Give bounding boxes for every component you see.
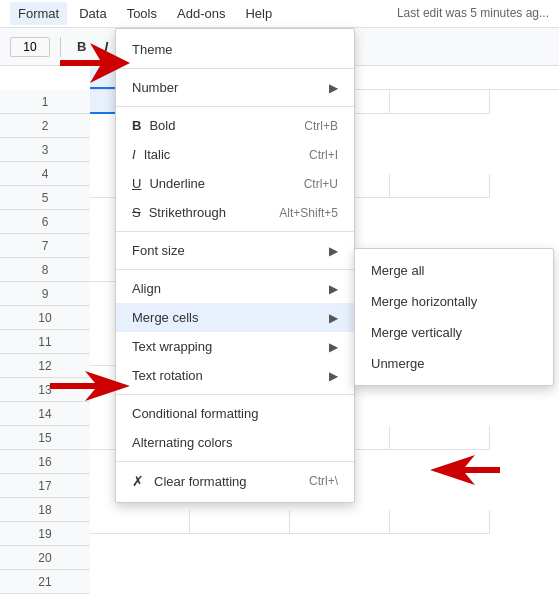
bold-icon: B bbox=[132, 118, 141, 133]
format-menu-text-rotation[interactable]: Text rotation ▶ bbox=[116, 361, 354, 390]
conditional-formatting-label: Conditional formatting bbox=[132, 406, 258, 421]
text-wrapping-arrow-icon: ▶ bbox=[329, 340, 338, 354]
row-num-15: 15 bbox=[0, 426, 90, 450]
merge-cells-arrow-icon: ▶ bbox=[329, 311, 338, 325]
merge-vertically-label: Merge vertically bbox=[371, 325, 462, 340]
row-num-4: 4 bbox=[0, 162, 90, 186]
bold-shortcut: Ctrl+B bbox=[304, 119, 338, 133]
separator-2 bbox=[116, 106, 354, 107]
row-num-8: 8 bbox=[0, 258, 90, 282]
merge-all-item[interactable]: Merge all bbox=[355, 255, 553, 286]
row-num-11: 11 bbox=[0, 330, 90, 354]
svg-marker-1 bbox=[50, 371, 130, 401]
alternating-colors-label: Alternating colors bbox=[132, 435, 232, 450]
separator-5 bbox=[116, 394, 354, 395]
svg-marker-2 bbox=[430, 455, 500, 485]
menu-help[interactable]: Help bbox=[237, 2, 280, 25]
bold-label: Bold bbox=[149, 118, 175, 133]
underline-icon: U bbox=[132, 176, 141, 191]
row-num-10: 10 bbox=[0, 306, 90, 330]
merge-cells-label: Merge cells bbox=[132, 310, 198, 325]
separator-6 bbox=[116, 461, 354, 462]
format-menu-underline[interactable]: U Underline Ctrl+U bbox=[116, 169, 354, 198]
format-menu-bold[interactable]: B Bold Ctrl+B bbox=[116, 111, 354, 140]
row-num-2: 2 bbox=[0, 114, 90, 138]
format-menu-merge-cells[interactable]: Merge cells ▶ bbox=[116, 303, 354, 332]
number-arrow-icon: ▶ bbox=[329, 81, 338, 95]
font-size-label: Font size bbox=[132, 243, 185, 258]
merge-horizontally-label: Merge horizontally bbox=[371, 294, 477, 309]
text-rotation-label: Text rotation bbox=[132, 368, 203, 383]
unmerge-label: Unmerge bbox=[371, 356, 424, 371]
arrow-top-indicator bbox=[60, 38, 140, 88]
svg-marker-0 bbox=[60, 43, 130, 83]
italic-shortcut: Ctrl+I bbox=[309, 148, 338, 162]
arrow-unmerge-indicator bbox=[430, 450, 500, 490]
font-size-arrow-icon: ▶ bbox=[329, 244, 338, 258]
cell-h5[interactable] bbox=[390, 426, 490, 450]
format-menu-clear-formatting[interactable]: ✗ Clear formatting Ctrl+\ bbox=[116, 466, 354, 496]
menu-format[interactable]: Format bbox=[10, 2, 67, 25]
align-label: Align bbox=[132, 281, 161, 296]
format-menu-italic[interactable]: I Italic Ctrl+I bbox=[116, 140, 354, 169]
cell-e6[interactable] bbox=[90, 510, 190, 534]
italic-icon: I bbox=[132, 147, 136, 162]
strikethrough-shortcut: Alt+Shift+5 bbox=[279, 206, 338, 220]
last-edit-text: Last edit was 5 minutes ag... bbox=[397, 6, 549, 20]
menu-data[interactable]: Data bbox=[71, 2, 114, 25]
cell-h6[interactable] bbox=[390, 510, 490, 534]
row-num-18: 18 bbox=[0, 498, 90, 522]
merge-all-label: Merge all bbox=[371, 263, 424, 278]
format-menu-text-wrapping[interactable]: Text wrapping ▶ bbox=[116, 332, 354, 361]
row-num-7: 7 bbox=[0, 234, 90, 258]
italic-label: Italic bbox=[144, 147, 171, 162]
menu-addons[interactable]: Add-ons bbox=[169, 2, 233, 25]
row-numbers: 1 2 3 4 5 6 7 8 9 10 11 12 13 14 15 16 1… bbox=[0, 90, 90, 594]
font-size-input[interactable]: 10 bbox=[10, 37, 50, 57]
cell-h1[interactable] bbox=[390, 90, 490, 114]
separator-4 bbox=[116, 269, 354, 270]
cell-g6[interactable] bbox=[290, 510, 390, 534]
row-num-6: 6 bbox=[0, 210, 90, 234]
format-menu-theme[interactable]: Theme bbox=[116, 35, 354, 64]
format-menu-conditional-formatting[interactable]: Conditional formatting bbox=[116, 399, 354, 428]
row-num-5: 5 bbox=[0, 186, 90, 210]
clear-formatting-shortcut: Ctrl+\ bbox=[309, 474, 338, 488]
menu-tools[interactable]: Tools bbox=[119, 2, 165, 25]
cell-f6[interactable] bbox=[190, 510, 290, 534]
merge-submenu: Merge all Merge horizontally Merge verti… bbox=[354, 248, 554, 386]
row-num-1: 1 bbox=[0, 90, 90, 114]
separator-3 bbox=[116, 231, 354, 232]
underline-label: Underline bbox=[149, 176, 205, 191]
format-menu: Theme Number ▶ B Bold Ctrl+B I Italic Ct… bbox=[115, 28, 355, 503]
row-num-17: 17 bbox=[0, 474, 90, 498]
merge-vertically-item[interactable]: Merge vertically bbox=[355, 317, 553, 348]
text-wrapping-label: Text wrapping bbox=[132, 339, 212, 354]
clear-formatting-icon: ✗ bbox=[132, 473, 144, 489]
row-num-9: 9 bbox=[0, 282, 90, 306]
row-num-3: 3 bbox=[0, 138, 90, 162]
format-menu-strikethrough[interactable]: S Strikethrough Alt+Shift+5 bbox=[116, 198, 354, 227]
row-num-19: 19 bbox=[0, 522, 90, 546]
arrow-merge-indicator bbox=[50, 366, 140, 406]
strikethrough-label: Strikethrough bbox=[149, 205, 226, 220]
menu-bar: Format Data Tools Add-ons Help Last edit… bbox=[0, 0, 559, 28]
underline-shortcut: Ctrl+U bbox=[304, 177, 338, 191]
separator-1 bbox=[116, 68, 354, 69]
row-num-16: 16 bbox=[0, 450, 90, 474]
format-menu-font-size[interactable]: Font size ▶ bbox=[116, 236, 354, 265]
align-arrow-icon: ▶ bbox=[329, 282, 338, 296]
clear-formatting-label: Clear formatting bbox=[154, 474, 246, 489]
row-num-20: 20 bbox=[0, 546, 90, 570]
strikethrough-icon: S bbox=[132, 205, 141, 220]
format-menu-alternating-colors[interactable]: Alternating colors bbox=[116, 428, 354, 457]
cell-h2[interactable] bbox=[390, 174, 490, 198]
merge-horizontally-item[interactable]: Merge horizontally bbox=[355, 286, 553, 317]
text-rotation-arrow-icon: ▶ bbox=[329, 369, 338, 383]
format-menu-number[interactable]: Number ▶ bbox=[116, 73, 354, 102]
unmerge-item[interactable]: Unmerge bbox=[355, 348, 553, 379]
row-num-21: 21 bbox=[0, 570, 90, 594]
format-menu-align[interactable]: Align ▶ bbox=[116, 274, 354, 303]
